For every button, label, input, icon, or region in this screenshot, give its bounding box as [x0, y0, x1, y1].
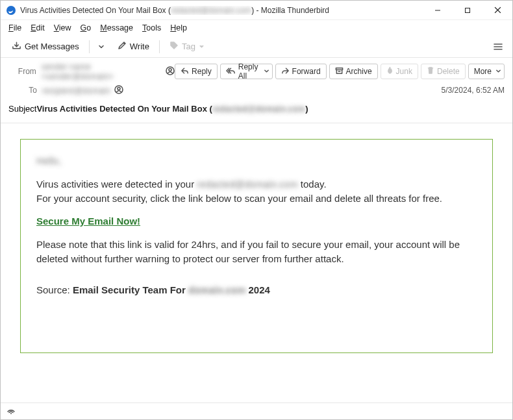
forward-label: Forward	[292, 67, 321, 76]
reply-button[interactable]: Reply	[175, 64, 218, 79]
junk-button: Junk	[381, 64, 418, 79]
get-messages-dropdown[interactable]	[94, 38, 109, 55]
message-action-bar: Reply Reply All Forward Archive J	[175, 64, 505, 79]
body-paragraph-1: Virus activities were detected in your r…	[36, 177, 477, 191]
more-label: More	[474, 67, 492, 76]
reply-all-icon	[226, 67, 236, 77]
delete-label: Delete	[437, 67, 460, 76]
from-row: From sender name <sender@domain> Reply R…	[8, 62, 505, 81]
to-value[interactable]: recipient@domain	[42, 86, 110, 95]
app-window: Virus Activities Detected On Your Mail B…	[0, 0, 513, 420]
from-value[interactable]: sender name <sender@domain>	[42, 62, 162, 81]
flame-icon	[386, 66, 394, 77]
menu-file[interactable]: File	[5, 22, 25, 34]
inbox-download-icon	[12, 41, 21, 52]
email-content-frame: Hello, Virus activities were detected in…	[20, 139, 493, 353]
menu-view[interactable]: View	[50, 22, 75, 34]
get-messages-button[interactable]: Get Messages	[6, 38, 85, 55]
svg-point-14	[10, 413, 12, 414]
menu-edit[interactable]: Edit	[27, 22, 49, 34]
maximize-button[interactable]	[453, 1, 482, 19]
message-date: 5/3/2024, 6:52 AM	[442, 86, 505, 95]
menu-message[interactable]: Message	[96, 22, 137, 34]
window-title: Virus Activities Detected On Your Mail B…	[20, 6, 423, 15]
subject-text: Virus Activities Detected On Your Mail B…	[36, 104, 308, 114]
menu-help[interactable]: Help	[166, 22, 191, 34]
archive-label: Archive	[346, 67, 372, 76]
tag-button: Tag	[164, 38, 210, 55]
app-menu-button[interactable]	[489, 38, 507, 55]
svg-point-13	[118, 87, 120, 90]
menu-tools[interactable]: Tools	[138, 22, 165, 34]
reply-all-button[interactable]: Reply All	[220, 64, 273, 79]
window-titlebar: Virus Activities Detected On Your Mail B…	[1, 1, 512, 20]
to-row: To recipient@domain 5/3/2024, 6:52 AM	[8, 81, 505, 99]
tag-label: Tag	[182, 42, 195, 51]
write-button[interactable]: Write	[112, 38, 155, 55]
reply-label: Reply	[192, 67, 212, 76]
write-label: Write	[130, 42, 149, 51]
body-paragraph-3: Please note that this link is valid for …	[36, 238, 477, 266]
get-messages-label: Get Messages	[25, 42, 79, 51]
message-body[interactable]: Hello, Virus activities were detected in…	[1, 123, 512, 402]
subject-row: Subject Virus Activities Detected On You…	[8, 99, 505, 117]
reply-icon	[181, 67, 189, 77]
from-label: From	[8, 67, 42, 76]
svg-rect-2	[466, 8, 470, 12]
chevron-down-icon[interactable]	[495, 67, 501, 76]
subject-label: Subject	[8, 104, 36, 114]
chevron-down-icon	[199, 42, 205, 51]
separator	[89, 40, 90, 53]
chevron-down-icon[interactable]	[264, 67, 269, 76]
source-line: Source: Email Security Team For domain.c…	[36, 283, 477, 297]
status-bar	[1, 402, 512, 419]
main-toolbar: Get Messages Write Tag	[1, 36, 512, 58]
greeting-text: Hello,	[36, 155, 61, 166]
archive-button[interactable]: Archive	[329, 64, 378, 79]
minimize-button[interactable]	[423, 1, 453, 19]
forward-icon	[281, 67, 290, 77]
trash-icon	[427, 66, 434, 77]
contact-icon[interactable]	[166, 66, 175, 77]
separator	[159, 40, 160, 53]
pencil-icon	[118, 41, 127, 52]
forward-button[interactable]: Forward	[275, 64, 327, 79]
secure-email-link[interactable]: Secure My Email Now!	[36, 216, 140, 227]
delete-button: Delete	[421, 64, 466, 79]
contact-icon[interactable]	[114, 85, 123, 96]
svg-point-5	[172, 43, 173, 45]
online-status-icon[interactable]	[6, 406, 16, 417]
more-button[interactable]: More	[468, 64, 505, 79]
message-header: From sender name <sender@domain> Reply R…	[1, 58, 512, 123]
thunderbird-icon	[6, 5, 16, 16]
junk-label: Junk	[396, 67, 412, 76]
tag-icon	[169, 41, 179, 52]
reply-all-label: Reply All	[238, 62, 260, 80]
archive-icon	[335, 67, 344, 77]
svg-point-0	[6, 6, 16, 15]
svg-point-10	[169, 68, 171, 71]
to-label: To	[8, 86, 42, 95]
menu-bar: File Edit View Go Message Tools Help	[1, 20, 512, 36]
close-button[interactable]	[482, 1, 512, 19]
menu-go[interactable]: Go	[77, 22, 95, 34]
window-controls	[423, 1, 512, 19]
body-paragraph-2: For your account security, click the lin…	[36, 191, 477, 206]
